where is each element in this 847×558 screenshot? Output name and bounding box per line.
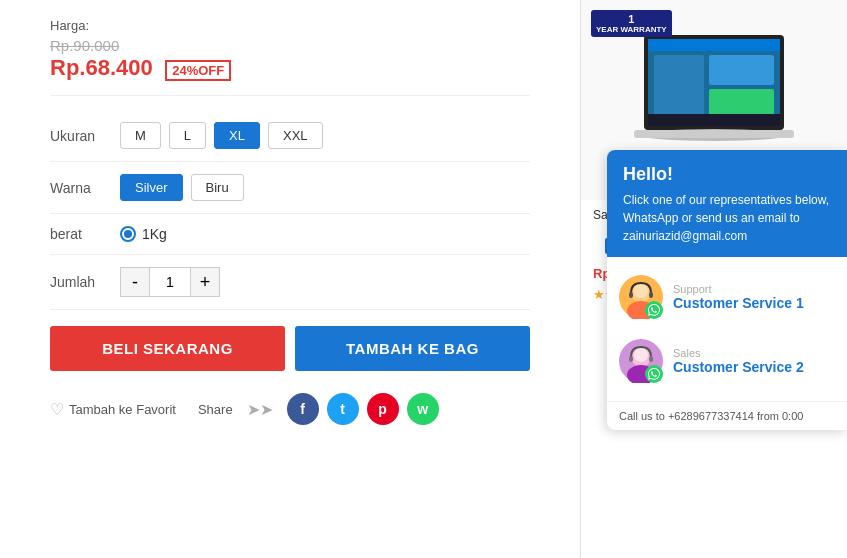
favorite-button[interactable]: ♡ Tambah ke Favorit bbox=[50, 400, 176, 419]
product-panel: Harga: Rp.90.000 Rp.68.400 24%OFF Ukuran… bbox=[0, 0, 560, 558]
svg-rect-21 bbox=[649, 356, 653, 362]
svg-rect-20 bbox=[629, 356, 633, 362]
qty-value: 1 bbox=[150, 267, 190, 297]
agent-2-type: Sales bbox=[673, 347, 835, 359]
chat-header: Hello! Click one of our representatives … bbox=[607, 150, 847, 257]
agent-2-name: Customer Service 2 bbox=[673, 359, 835, 375]
warranty-year: 1 bbox=[628, 13, 634, 25]
warranty-label: YEAR WARRANTY bbox=[596, 25, 667, 34]
chat-title: Hello! bbox=[623, 164, 831, 185]
heart-icon: ♡ bbox=[50, 400, 64, 419]
chat-body: Click one of our representatives below, … bbox=[623, 191, 831, 245]
color-silver[interactable]: Silver bbox=[120, 174, 183, 201]
warranty-badge: 1 YEAR WARRANTY bbox=[591, 10, 672, 37]
agent-1-item[interactable]: Support Customer Service 1 bbox=[607, 265, 847, 329]
weight-label: berat bbox=[50, 226, 120, 242]
size-label: Ukuran bbox=[50, 128, 120, 144]
weight-radio[interactable] bbox=[120, 226, 136, 242]
twitter-share-button[interactable]: t bbox=[327, 393, 359, 425]
size-xxl[interactable]: XXL bbox=[268, 122, 323, 149]
chat-popup: Hello! Click one of our representatives … bbox=[607, 150, 847, 430]
agent-1-info: Support Customer Service 1 bbox=[673, 283, 835, 311]
agent-1-name: Customer Service 1 bbox=[673, 295, 835, 311]
agent-1-type: Support bbox=[673, 283, 835, 295]
favorite-label: Tambah ke Favorit bbox=[69, 402, 176, 417]
qty-plus-button[interactable]: + bbox=[190, 267, 220, 297]
chat-agents: Support Customer Service 1 bbox=[607, 257, 847, 401]
price-original: Rp.90.000 bbox=[50, 37, 119, 54]
svg-point-13 bbox=[634, 284, 648, 298]
facebook-share-button[interactable]: f bbox=[287, 393, 319, 425]
weight-value: 1Kg bbox=[142, 226, 167, 242]
svg-rect-6 bbox=[654, 55, 704, 120]
price-section: Harga: Rp.90.000 Rp.68.400 24%OFF bbox=[50, 18, 530, 96]
agent-2-info: Sales Customer Service 2 bbox=[673, 347, 835, 375]
action-buttons: BELI SEKARANG TAMBAH KE BAG bbox=[50, 326, 530, 371]
svg-rect-4 bbox=[648, 39, 780, 51]
color-label: Warna bbox=[50, 180, 120, 196]
svg-rect-15 bbox=[649, 292, 653, 298]
svg-rect-9 bbox=[648, 114, 780, 126]
share-arrows-icon: ➤➤ bbox=[247, 400, 273, 419]
qty-label: Jumlah bbox=[50, 274, 120, 290]
agent-1-avatar bbox=[619, 275, 663, 319]
agent-1-wa-badge bbox=[645, 301, 663, 319]
size-l[interactable]: L bbox=[169, 122, 206, 149]
size-row: Ukuran M L XL XXL bbox=[50, 110, 530, 162]
color-options: Silver Biru bbox=[120, 174, 244, 201]
weight-row: berat 1Kg bbox=[50, 214, 530, 255]
chat-footer: Call us to +6289677337414 from 0:00 bbox=[607, 401, 847, 430]
agent-2-wa-badge bbox=[645, 365, 663, 383]
agent-2-item[interactable]: Sales Customer Service 2 bbox=[607, 329, 847, 393]
whatsapp-share-button[interactable]: w bbox=[407, 393, 439, 425]
buy-now-button[interactable]: BELI SEKARANG bbox=[50, 326, 285, 371]
size-m[interactable]: M bbox=[120, 122, 161, 149]
size-options: M L XL XXL bbox=[120, 122, 323, 149]
share-label: Share bbox=[198, 402, 233, 417]
weight-options: 1Kg bbox=[120, 226, 167, 242]
color-biru[interactable]: Biru bbox=[191, 174, 244, 201]
qty-minus-button[interactable]: - bbox=[120, 267, 150, 297]
pinterest-share-button[interactable]: p bbox=[367, 393, 399, 425]
svg-point-19 bbox=[634, 348, 648, 362]
add-to-cart-button[interactable]: TAMBAH KE BAG bbox=[295, 326, 530, 371]
price-current: Rp.68.400 bbox=[50, 55, 153, 81]
size-xl[interactable]: XL bbox=[214, 122, 260, 149]
svg-rect-14 bbox=[629, 292, 633, 298]
social-row: ♡ Tambah ke Favorit Share ➤➤ f t p w bbox=[50, 387, 530, 425]
price-label: Harga: bbox=[50, 18, 530, 33]
qty-controls: - 1 + bbox=[120, 267, 220, 297]
qty-row: Jumlah - 1 + bbox=[50, 255, 530, 310]
discount-badge: 24%OFF bbox=[165, 60, 231, 81]
color-row: Warna Silver Biru bbox=[50, 162, 530, 214]
social-icons: f t p w bbox=[287, 393, 439, 425]
svg-rect-7 bbox=[709, 55, 774, 85]
svg-rect-3 bbox=[634, 130, 794, 138]
agent-2-avatar bbox=[619, 339, 663, 383]
